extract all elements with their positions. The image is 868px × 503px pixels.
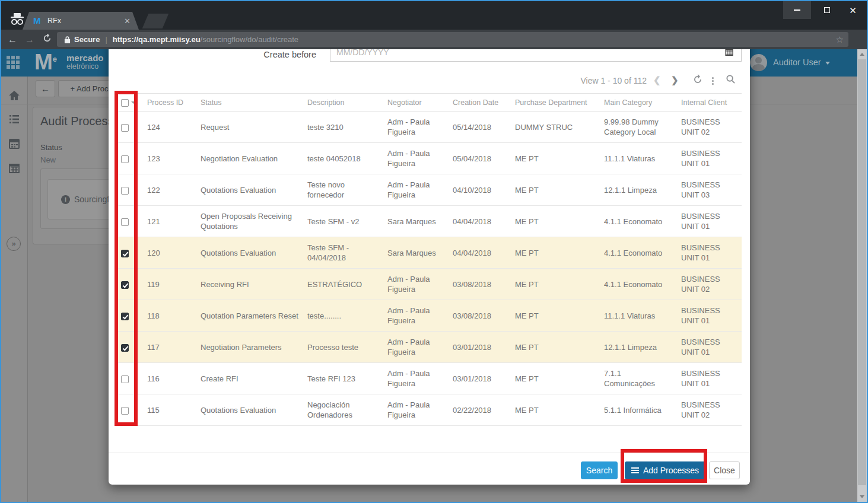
checkbox-cell[interactable] (116, 300, 142, 332)
row-checkbox[interactable] (121, 375, 129, 383)
pager-next-icon[interactable]: ❯ (671, 74, 679, 86)
bookmark-star-icon[interactable]: ☆ (836, 34, 844, 45)
table-row[interactable]: 116Create RFITeste RFI 123Adm - Paula Fi… (116, 363, 742, 394)
table-row[interactable]: 117Negotiation ParametersProcesso testeA… (116, 332, 742, 363)
table-row[interactable]: 123Negotiation Evaluationteste 04052018A… (116, 143, 742, 174)
sidebar-item-calendar[interactable] (8, 138, 20, 149)
table-row[interactable]: 120Quotations EvaluationTeste SFM - 04/0… (116, 237, 742, 269)
cell-creation_date: 03/01/2018 (448, 363, 510, 394)
table-row[interactable]: 121Open Proposals Receiving QuotationsTe… (116, 206, 742, 237)
close-button[interactable]: Close (709, 461, 740, 479)
scroll-up-icon[interactable] (857, 49, 867, 59)
add-processes-button[interactable]: Add Processes (625, 461, 705, 479)
checkbox-cell[interactable] (116, 174, 142, 206)
create-before-date-input[interactable] (330, 49, 717, 62)
sidebar-item-home[interactable] (8, 90, 20, 101)
browser-window: M RFx ✕ ✕ ← → Secure | https://qa.mept.m… (0, 0, 868, 503)
add-processes-modal: Create before View 1 - 10 of 112 ❮ ❯ Pro… (109, 49, 750, 485)
cell-negotiator: Sara Marques (383, 206, 448, 237)
column-header-main_category[interactable]: Main Category (599, 94, 676, 112)
cell-internal_client: BUSINESS UNIT 01 (676, 237, 742, 269)
cell-description: ESTRATÉGICO (303, 269, 383, 300)
cell-purchase_department: DUMMY STRUC (510, 112, 599, 143)
checkbox-cell[interactable] (116, 237, 142, 269)
table-row[interactable]: 124Requestteste 3210Adm - Paula Figueira… (116, 112, 742, 143)
row-checkbox[interactable] (121, 281, 129, 289)
cell-main_category: 4.1.1 Economato (599, 237, 676, 269)
search-button[interactable]: Search (581, 461, 618, 479)
checkbox-cell[interactable] (116, 206, 142, 237)
calendar-button[interactable] (717, 49, 742, 62)
vertical-scrollbar[interactable] (857, 49, 867, 502)
reload-icon[interactable] (41, 34, 53, 45)
table-row[interactable]: 119Receiving RFIESTRATÉGICOAdm - Paula F… (116, 269, 742, 300)
checkbox-cell[interactable] (116, 269, 142, 300)
tab-close-icon[interactable]: ✕ (124, 17, 131, 26)
row-checkbox[interactable] (121, 218, 129, 226)
cell-main_category: 7.1.1 Comunicações (599, 363, 676, 394)
select-all-checkbox[interactable] (121, 99, 129, 107)
cell-purchase_department: ME PT (510, 363, 599, 394)
checkbox-cell[interactable] (116, 332, 142, 363)
search-icon[interactable] (726, 74, 736, 87)
row-checkbox[interactable] (121, 155, 129, 163)
new-tab-button[interactable] (142, 14, 169, 28)
apps-grid-icon[interactable] (7, 56, 21, 70)
cell-description: Teste RFI 123 (303, 363, 383, 394)
row-checkbox[interactable] (121, 250, 129, 257)
sidebar-item-table[interactable] (8, 163, 20, 174)
window-close-button[interactable]: ✕ (839, 1, 867, 19)
checkbox-cell[interactable] (116, 363, 142, 394)
checkbox-cell[interactable] (116, 143, 142, 174)
cell-description: Processo teste (303, 332, 383, 363)
address-bar[interactable]: Secure | https://qa.mept.miisy.eu/sourci… (57, 32, 848, 47)
cell-id: 116 (142, 363, 196, 394)
chevron-down-icon (131, 101, 136, 104)
row-checkbox[interactable] (121, 313, 129, 320)
row-checkbox[interactable] (121, 344, 129, 352)
row-checkbox[interactable] (121, 407, 129, 415)
column-header-description[interactable]: Description (303, 94, 383, 112)
refresh-icon[interactable] (693, 74, 702, 86)
sidebar-item-list[interactable] (8, 113, 20, 125)
cell-main_category: 11.1.1 Viaturas (599, 143, 676, 174)
scrollbar-thumb[interactable] (858, 59, 866, 485)
table-row[interactable]: 115Quotations EvaluationNegociación Orde… (116, 394, 742, 426)
scroll-down-icon[interactable] (857, 492, 867, 502)
sidebar-expand-icon[interactable]: » (7, 237, 21, 251)
column-header-purchase_department[interactable]: Purchase Department (510, 94, 599, 112)
row-checkbox[interactable] (121, 187, 129, 195)
column-header-creation_date[interactable]: Creation Date (448, 94, 510, 112)
table-header-row: Process IDStatusDescriptionNegotiatorCre… (116, 94, 742, 112)
modal-footer: Search Add Processes Close (109, 453, 750, 485)
checkbox-cell[interactable] (116, 394, 142, 426)
pager-prev-icon[interactable]: ❮ (653, 74, 661, 86)
checkbox-cell[interactable] (116, 112, 142, 143)
back-icon[interactable]: ← (7, 34, 18, 45)
column-header-id[interactable]: Process ID (142, 94, 196, 112)
browser-titlebar: M RFx ✕ ✕ (1, 1, 867, 30)
column-header-status[interactable]: Status (196, 94, 303, 112)
window-maximize-button[interactable] (813, 1, 841, 19)
column-header-internal_client[interactable]: Internal Client (676, 94, 742, 112)
close-icon: ✕ (849, 6, 857, 15)
row-checkbox[interactable] (121, 124, 129, 132)
user-avatar[interactable] (750, 54, 767, 71)
cell-purchase_department: ME PT (510, 269, 599, 300)
user-menu[interactable]: Auditor User (773, 58, 830, 67)
status-value: New (40, 155, 56, 164)
table-row[interactable]: 118Quotation Parameters Resetteste......… (116, 300, 742, 332)
cell-internal_client: BUSINESS UNIT 01 (676, 363, 742, 394)
select-all-header-cell[interactable] (116, 94, 142, 112)
grid-menu-icon[interactable] (712, 77, 714, 85)
browser-tab[interactable]: M RFx ✕ (23, 12, 139, 30)
cell-id: 120 (142, 237, 196, 269)
table-row[interactable]: 122Quotations EvaluationTeste novo forne… (116, 174, 742, 206)
back-button[interactable]: ← (36, 80, 55, 97)
column-header-negotiator[interactable]: Negotiator (383, 94, 448, 112)
forward-icon[interactable]: → (24, 34, 36, 45)
create-before-label: Create before (251, 50, 316, 59)
brand-logo[interactable]: Me (34, 50, 57, 75)
window-minimize-button[interactable] (783, 1, 811, 19)
cell-id: 117 (142, 332, 196, 363)
